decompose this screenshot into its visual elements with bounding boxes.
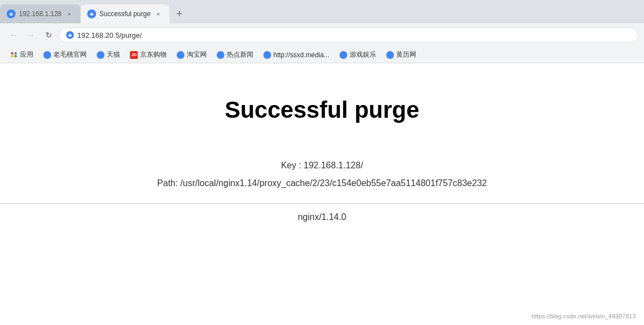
hotspot-favicon: [217, 51, 224, 59]
page-content: Successful purge Key : 192.168.1.128/ Pa…: [0, 63, 644, 325]
bookmark-ssxd-label: http://ssxd.media...: [273, 51, 330, 59]
watermark: https://blog.csdn.net/weixin_44907813: [532, 313, 636, 319]
ssxd-favicon: [263, 51, 271, 59]
key-line: Key : 192.168.1.128/: [157, 157, 487, 174]
bookmark-apps-label: 应用: [20, 50, 33, 59]
svg-point-7: [264, 52, 270, 58]
bookmark-laomao[interactable]: 老毛桃官网: [39, 49, 91, 61]
path-line: Path: /usr/local/nginx1.14/proxy_cache/2…: [157, 174, 487, 192]
tab-1-close[interactable]: ×: [65, 9, 74, 18]
svg-point-8: [341, 52, 346, 58]
bookmark-ssxd[interactable]: http://ssxd.media...: [259, 50, 334, 60]
tianmao-favicon: [97, 51, 104, 59]
page-title: Successful purge: [224, 97, 419, 123]
bookmark-game[interactable]: 游戏娱乐: [335, 49, 381, 61]
bookmark-hotspot[interactable]: 热点新闻: [212, 49, 258, 61]
bookmark-apps[interactable]: 应用: [6, 49, 38, 61]
tab-2-favicon: [87, 9, 96, 18]
tab-add-button[interactable]: +: [172, 6, 187, 22]
svg-point-5: [178, 52, 183, 58]
tab-2[interactable]: Successful purge ×: [81, 4, 169, 23]
tab-1-title: 192.168.1.128: [19, 10, 62, 18]
page-version: nginx/1.14.0: [298, 212, 346, 222]
svg-point-6: [218, 52, 223, 58]
tab-1[interactable]: 192.168.1.128 ×: [0, 4, 81, 23]
url-favicon: [66, 31, 74, 39]
tab-1-favicon: [7, 9, 16, 18]
svg-point-4: [98, 52, 103, 58]
bookmark-tianmao-label: 天猫: [107, 50, 120, 59]
apps-icon: [10, 51, 18, 59]
bookmark-jd-label: 京东购物: [140, 50, 167, 59]
bookmark-tianmao[interactable]: 天猫: [92, 49, 124, 61]
page-info: Key : 192.168.1.128/ Path: /usr/local/ng…: [157, 157, 487, 192]
game-favicon: [340, 51, 347, 59]
browser-chrome: 192.168.1.128 × Successful purge × + ← →…: [0, 0, 644, 63]
svg-point-3: [44, 52, 50, 58]
url-bar[interactable]: 192.168.20.5/purge/: [59, 27, 638, 43]
bookmark-hotspot-label: 热点新闻: [227, 50, 253, 59]
laomao-favicon: [43, 51, 51, 59]
refresh-button[interactable]: ↻: [41, 27, 57, 43]
page-divider: [0, 203, 644, 204]
taobao-favicon: [177, 51, 184, 59]
huangli-favicon: [386, 51, 394, 59]
tab-bar: 192.168.1.128 × Successful purge × +: [0, 0, 644, 23]
jd-favicon: JD: [130, 51, 138, 59]
bookmark-taobao-label: 淘宝网: [187, 50, 207, 59]
bookmark-taobao[interactable]: 淘宝网: [172, 49, 211, 61]
bookmark-huangli-label: 黄历网: [396, 50, 416, 59]
svg-point-9: [387, 52, 393, 58]
bookmark-huangli[interactable]: 黄历网: [382, 49, 421, 61]
bookmark-laomao-label: 老毛桃官网: [53, 50, 87, 59]
address-bar: ← → ↻ 192.168.20.5/purge/: [0, 23, 644, 47]
forward-button[interactable]: →: [23, 27, 39, 43]
url-text: 192.168.20.5/purge/: [77, 31, 631, 39]
bookmark-game-label: 游戏娱乐: [350, 50, 376, 59]
tab-2-title: Successful purge: [99, 10, 151, 18]
back-button[interactable]: ←: [6, 27, 21, 43]
tab-2-close[interactable]: ×: [154, 9, 163, 18]
bookmark-jd[interactable]: JD 京东购物: [126, 49, 171, 61]
bookmarks-bar: 应用 老毛桃官网 天猫 JD 京东购物 淘宝网: [0, 47, 644, 63]
